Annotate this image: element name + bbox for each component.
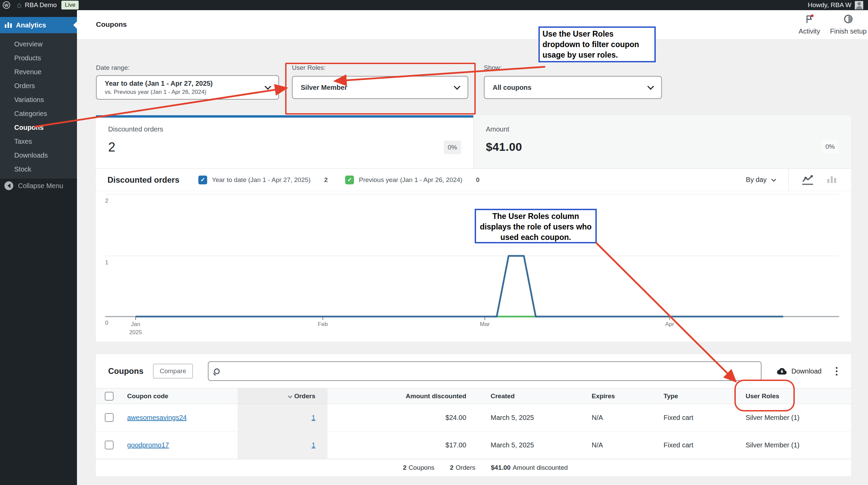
date-range-text: Year to date (Jan 1 - Apr 27, 2025) vs. … (105, 80, 213, 96)
legend-value: 2 (324, 176, 328, 184)
chevron-down-icon (264, 83, 271, 90)
y-tick-2: 2 (105, 198, 108, 204)
home-icon[interactable]: ⌂ (17, 1, 21, 9)
bar-chart-type-icon[interactable] (826, 174, 837, 186)
legend-label: Previous year (Jan 1 - Apr 26, 2024) (359, 176, 462, 184)
summary-coupons-label: Coupons (409, 464, 434, 471)
sidebar-item-downloads[interactable]: Downloads (0, 148, 77, 162)
cloud-download-icon (776, 367, 787, 375)
more-options-icon[interactable] (834, 366, 839, 377)
compare-button[interactable]: Compare (153, 364, 193, 379)
legend-item-previous[interactable]: ✓ Previous year (Jan 1 - Apr 26, 2024) 0 (345, 176, 479, 184)
sidebar-item-stock[interactable]: Stock (0, 162, 77, 176)
page-header: Coupons Activity Finish setup (77, 10, 868, 40)
col-type[interactable]: Type (645, 388, 729, 404)
annotation-note-user-roles-dropdown: Use the User Roles dropdown to filter co… (538, 26, 656, 62)
chart-panel: Discounted orders ✓ Year to date (Jan 1 … (96, 169, 851, 342)
finish-setup-label: Finish setup (828, 27, 868, 35)
amount-discounted-cell: $17.00 (328, 431, 472, 459)
wordpress-logo-icon[interactable]: W (3, 1, 10, 9)
series-year-to-date-line (136, 256, 783, 317)
y-tick-0: 0 (105, 320, 108, 326)
col-orders[interactable]: Orders (238, 388, 328, 404)
row-checkbox[interactable] (105, 441, 114, 449)
avatar[interactable] (855, 1, 863, 9)
orders-count-link[interactable]: 1 (312, 441, 315, 449)
sidebar-item-overview[interactable]: Overview (0, 37, 77, 51)
summary-orders-value: 2 (450, 464, 454, 471)
howdy-text[interactable]: Howdy, RBA W (808, 1, 851, 9)
card-delta-badge: 0% (444, 141, 461, 154)
sidebar-item-products[interactable]: Products (0, 51, 77, 65)
date-range-dropdown[interactable]: Year to date (Jan 1 - Apr 27, 2025) vs. … (96, 75, 279, 100)
table-summary: 2Coupons 2Orders $41.00Amount discounted (96, 459, 851, 476)
card-delta-badge: 0% (822, 140, 839, 154)
x-tick-mar: Mar (480, 321, 490, 327)
card-label: Amount (486, 125, 839, 133)
activity-flag-icon (804, 14, 815, 24)
download-label: Download (791, 367, 822, 375)
header-select-all (96, 388, 119, 404)
coupon-code-link[interactable]: awesomesavings24 (127, 414, 187, 422)
summary-card-amount[interactable]: Amount $41.00 0% (473, 115, 851, 168)
checkbox-checked-icon[interactable]: ✓ (345, 176, 354, 184)
chevron-down-icon (647, 83, 654, 90)
amount-discounted-cell: $24.00 (328, 404, 472, 431)
summary-coupons-value: 2 (403, 464, 407, 471)
show-dropdown[interactable]: All coupons (484, 76, 662, 99)
type-cell: Fixed cart (645, 404, 729, 431)
line-chart-type-icon[interactable] (802, 174, 814, 186)
annotation-note-user-roles-column: The User Roles column displays the role … (475, 209, 597, 243)
expires-cell: N/A (577, 431, 645, 459)
row-checkbox[interactable] (105, 413, 114, 422)
col-orders-label: Orders (294, 392, 315, 400)
summary-coupons: 2Coupons (403, 464, 434, 471)
page-title: Coupons (96, 20, 127, 28)
col-created[interactable]: Created (472, 388, 577, 404)
chart-legend: ✓ Year to date (Jan 1 - Apr 27, 2025) 2 … (198, 176, 479, 184)
activity-button[interactable]: Activity (789, 14, 830, 35)
summary-amount: $41.00Amount discounted (491, 464, 568, 471)
admin-bar: W ⌂ RBA Demo Live Howdy, RBA W (0, 0, 868, 10)
interval-dropdown[interactable]: By day (746, 176, 775, 184)
type-cell: Fixed cart (645, 431, 729, 459)
discounted-orders-chart[interactable]: 2 1 0 Jan 2025 Feb Mar Apr (96, 191, 851, 342)
card-value: 2 (108, 140, 116, 155)
coupons-search[interactable] (208, 361, 762, 381)
checkbox-checked-icon[interactable]: ✓ (198, 176, 207, 184)
sidebar-item-taxes[interactable]: Taxes (0, 135, 77, 148)
sidebar-item-orders[interactable]: Orders (0, 79, 77, 93)
sidebar-item-variations[interactable]: Variations (0, 93, 77, 107)
sidebar-section-analytics[interactable]: Analytics (0, 17, 77, 33)
sidebar-item-revenue[interactable]: Revenue (0, 65, 77, 79)
analytics-submenu: Overview Products Revenue Orders Variati… (0, 33, 77, 179)
finish-setup-icon (843, 14, 854, 24)
col-expires[interactable]: Expires (577, 388, 645, 404)
summary-cards: Discounted orders 2 0% Amount $41.00 0% (96, 115, 851, 169)
divider (788, 169, 789, 191)
col-amount-discounted[interactable]: Amount discounted (328, 388, 472, 404)
download-button[interactable]: Download (776, 367, 822, 375)
site-name[interactable]: RBA Demo (25, 1, 57, 9)
legend-label: Year to date (Jan 1 - Apr 27, 2025) (212, 176, 311, 184)
coupons-table-card: Coupons Compare Download Coupon code Ord… (96, 354, 851, 476)
summary-amount-value: $41.00 (491, 464, 511, 471)
finish-setup-button[interactable]: Finish setup (828, 14, 868, 35)
y-tick-1: 1 (105, 259, 108, 266)
orders-count-link[interactable]: 1 (312, 414, 315, 422)
activity-label: Activity (789, 27, 830, 35)
summary-card-discounted-orders[interactable]: Discounted orders 2 0% (96, 115, 473, 168)
select-all-checkbox[interactable] (105, 392, 114, 401)
col-coupon-code[interactable]: Coupon code (119, 388, 238, 404)
legend-item-current[interactable]: ✓ Year to date (Jan 1 - Apr 27, 2025) 2 (198, 176, 328, 184)
sidebar-item-categories[interactable]: Categories (0, 107, 77, 121)
date-range-label: Date range: (96, 64, 130, 72)
collapse-menu-button[interactable]: Collapse Menu (0, 178, 77, 193)
annotation-highlight-user-roles-filter (285, 63, 476, 115)
sidebar-item-coupons[interactable]: Coupons (0, 121, 77, 135)
card-label: Discounted orders (108, 125, 461, 133)
chevron-down-icon (771, 177, 776, 181)
analytics-bars-icon (5, 22, 12, 28)
coupons-search-input[interactable] (224, 363, 761, 379)
coupon-code-link[interactable]: goodpromo17 (127, 441, 169, 449)
